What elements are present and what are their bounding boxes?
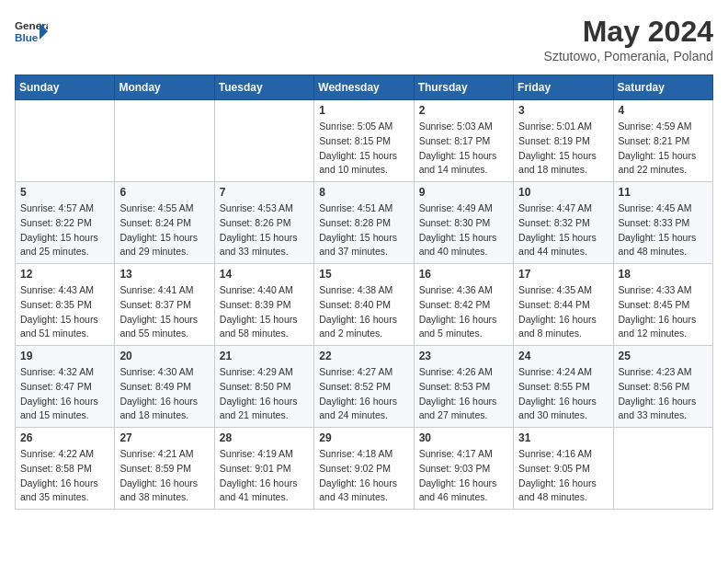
day-number: 8	[319, 186, 408, 199]
day-number: 23	[419, 350, 508, 362]
calendar-week-row: 1Sunrise: 5:05 AMSunset: 8:15 PMDaylight…	[16, 100, 713, 182]
calendar-cell: 1Sunrise: 5:05 AMSunset: 8:15 PMDaylight…	[314, 100, 414, 182]
day-info: Sunrise: 4:17 AMSunset: 9:03 PMDaylight:…	[419, 447, 508, 505]
day-info: Sunrise: 5:03 AMSunset: 8:17 PMDaylight:…	[419, 120, 508, 178]
calendar-cell	[214, 100, 313, 182]
calendar-cell: 25Sunrise: 4:23 AMSunset: 8:56 PMDayligh…	[613, 346, 712, 428]
calendar-cell: 28Sunrise: 4:19 AMSunset: 9:01 PMDayligh…	[214, 428, 313, 510]
calendar-cell: 6Sunrise: 4:55 AMSunset: 8:24 PMDaylight…	[115, 182, 214, 264]
day-number: 16	[419, 268, 508, 281]
day-info: Sunrise: 4:18 AMSunset: 9:02 PMDaylight:…	[319, 447, 408, 505]
weekday-header: Sunday	[16, 75, 115, 100]
calendar-cell: 18Sunrise: 4:33 AMSunset: 8:45 PMDayligh…	[613, 264, 712, 346]
day-number: 17	[518, 268, 608, 281]
day-number: 3	[518, 104, 608, 117]
day-number: 11	[619, 186, 708, 199]
day-info: Sunrise: 4:59 AMSunset: 8:21 PMDaylight:…	[619, 120, 708, 178]
day-info: Sunrise: 4:27 AMSunset: 8:52 PMDaylight:…	[319, 365, 408, 423]
day-number: 2	[419, 104, 508, 117]
day-number: 10	[518, 186, 608, 199]
day-number: 27	[119, 431, 209, 444]
svg-text:Blue: Blue	[15, 31, 39, 43]
calendar-week-row: 12Sunrise: 4:43 AMSunset: 8:35 PMDayligh…	[16, 264, 713, 346]
calendar-cell: 13Sunrise: 4:41 AMSunset: 8:37 PMDayligh…	[115, 264, 214, 346]
day-number: 1	[319, 104, 408, 117]
day-info: Sunrise: 4:33 AMSunset: 8:45 PMDaylight:…	[619, 283, 708, 341]
calendar-table: SundayMondayTuesdayWednesdayThursdayFrid…	[15, 75, 713, 510]
day-number: 6	[119, 186, 209, 199]
day-number: 20	[119, 350, 209, 362]
calendar-week-row: 26Sunrise: 4:22 AMSunset: 8:58 PMDayligh…	[16, 428, 713, 510]
calendar-cell: 8Sunrise: 4:51 AMSunset: 8:28 PMDaylight…	[314, 182, 414, 264]
day-info: Sunrise: 4:55 AMSunset: 8:24 PMDaylight:…	[119, 201, 209, 259]
calendar-cell: 9Sunrise: 4:49 AMSunset: 8:30 PMDaylight…	[414, 182, 513, 264]
day-info: Sunrise: 4:32 AMSunset: 8:47 PMDaylight:…	[20, 365, 109, 423]
day-number: 13	[119, 268, 209, 281]
day-number: 30	[419, 431, 508, 444]
calendar-cell: 10Sunrise: 4:47 AMSunset: 8:32 PMDayligh…	[514, 182, 613, 264]
title-block: May 2024 Sztutowo, Pomerania, Poland	[544, 15, 713, 63]
day-number: 26	[20, 431, 109, 444]
calendar-cell: 26Sunrise: 4:22 AMSunset: 8:58 PMDayligh…	[16, 428, 115, 510]
day-info: Sunrise: 4:29 AMSunset: 8:50 PMDaylight:…	[220, 365, 309, 423]
calendar-cell: 31Sunrise: 4:16 AMSunset: 9:05 PMDayligh…	[514, 428, 613, 510]
day-info: Sunrise: 4:49 AMSunset: 8:30 PMDaylight:…	[419, 201, 508, 259]
day-info: Sunrise: 4:40 AMSunset: 8:39 PMDaylight:…	[220, 283, 309, 341]
calendar-cell: 17Sunrise: 4:35 AMSunset: 8:44 PMDayligh…	[514, 264, 613, 346]
day-info: Sunrise: 4:23 AMSunset: 8:56 PMDaylight:…	[619, 365, 708, 423]
calendar-cell: 29Sunrise: 4:18 AMSunset: 9:02 PMDayligh…	[314, 428, 414, 510]
day-number: 5	[20, 186, 109, 199]
calendar-cell: 3Sunrise: 5:01 AMSunset: 8:19 PMDaylight…	[514, 100, 613, 182]
day-info: Sunrise: 4:26 AMSunset: 8:53 PMDaylight:…	[419, 365, 508, 423]
day-info: Sunrise: 4:41 AMSunset: 8:37 PMDaylight:…	[119, 283, 209, 341]
weekday-header: Friday	[514, 75, 613, 100]
calendar-cell: 11Sunrise: 4:45 AMSunset: 8:33 PMDayligh…	[613, 182, 712, 264]
calendar-cell: 24Sunrise: 4:24 AMSunset: 8:55 PMDayligh…	[514, 346, 613, 428]
calendar-week-row: 5Sunrise: 4:57 AMSunset: 8:22 PMDaylight…	[16, 182, 713, 264]
day-info: Sunrise: 4:22 AMSunset: 8:58 PMDaylight:…	[20, 447, 109, 505]
calendar-cell	[613, 428, 712, 510]
day-info: Sunrise: 4:19 AMSunset: 9:01 PMDaylight:…	[220, 447, 309, 505]
day-info: Sunrise: 4:30 AMSunset: 8:49 PMDaylight:…	[119, 365, 209, 423]
day-number: 31	[518, 431, 608, 444]
logo-icon: General Blue	[15, 15, 48, 48]
day-number: 7	[220, 186, 309, 199]
calendar-week-row: 19Sunrise: 4:32 AMSunset: 8:47 PMDayligh…	[16, 346, 713, 428]
calendar-cell: 27Sunrise: 4:21 AMSunset: 8:59 PMDayligh…	[115, 428, 214, 510]
calendar-cell: 7Sunrise: 4:53 AMSunset: 8:26 PMDaylight…	[214, 182, 313, 264]
day-info: Sunrise: 4:57 AMSunset: 8:22 PMDaylight:…	[20, 201, 109, 259]
weekday-header: Monday	[115, 75, 214, 100]
day-info: Sunrise: 4:36 AMSunset: 8:42 PMDaylight:…	[419, 283, 508, 341]
day-number: 12	[20, 268, 109, 281]
day-number: 9	[419, 186, 508, 199]
calendar-cell: 21Sunrise: 4:29 AMSunset: 8:50 PMDayligh…	[214, 346, 313, 428]
calendar-cell: 20Sunrise: 4:30 AMSunset: 8:49 PMDayligh…	[115, 346, 214, 428]
location-subtitle: Sztutowo, Pomerania, Poland	[544, 49, 713, 63]
weekday-header: Wednesday	[314, 75, 414, 100]
day-info: Sunrise: 4:53 AMSunset: 8:26 PMDaylight:…	[220, 201, 309, 259]
day-number: 18	[619, 268, 708, 281]
day-info: Sunrise: 4:45 AMSunset: 8:33 PMDaylight:…	[619, 201, 708, 259]
calendar-cell: 15Sunrise: 4:38 AMSunset: 8:40 PMDayligh…	[314, 264, 414, 346]
page-header: General Blue May 2024 Sztutowo, Pomerani…	[15, 15, 713, 63]
calendar-cell: 16Sunrise: 4:36 AMSunset: 8:42 PMDayligh…	[414, 264, 513, 346]
day-info: Sunrise: 4:47 AMSunset: 8:32 PMDaylight:…	[518, 201, 608, 259]
calendar-cell: 12Sunrise: 4:43 AMSunset: 8:35 PMDayligh…	[16, 264, 115, 346]
day-number: 24	[518, 350, 608, 362]
day-info: Sunrise: 5:01 AMSunset: 8:19 PMDaylight:…	[518, 120, 608, 178]
day-number: 19	[20, 350, 109, 362]
day-info: Sunrise: 4:35 AMSunset: 8:44 PMDaylight:…	[518, 283, 608, 341]
calendar-cell: 14Sunrise: 4:40 AMSunset: 8:39 PMDayligh…	[214, 264, 313, 346]
day-number: 28	[220, 431, 309, 444]
weekday-header: Thursday	[414, 75, 513, 100]
day-info: Sunrise: 4:38 AMSunset: 8:40 PMDaylight:…	[319, 283, 408, 341]
calendar-cell: 30Sunrise: 4:17 AMSunset: 9:03 PMDayligh…	[414, 428, 513, 510]
day-info: Sunrise: 4:21 AMSunset: 8:59 PMDaylight:…	[119, 447, 209, 505]
day-number: 15	[319, 268, 408, 281]
day-number: 4	[619, 104, 708, 117]
day-number: 25	[619, 350, 708, 362]
month-year-title: May 2024	[544, 15, 713, 49]
logo: General Blue	[15, 15, 48, 48]
calendar-cell: 4Sunrise: 4:59 AMSunset: 8:21 PMDaylight…	[613, 100, 712, 182]
weekday-header-row: SundayMondayTuesdayWednesdayThursdayFrid…	[16, 75, 713, 100]
